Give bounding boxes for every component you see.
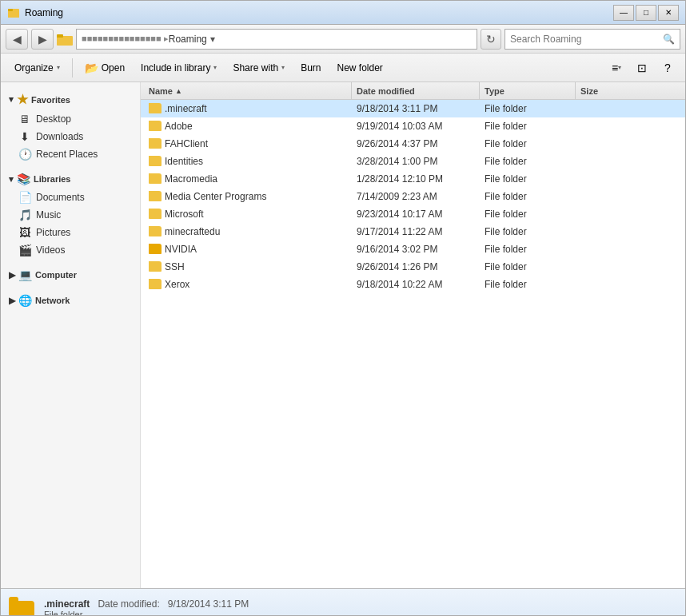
- folder-icon: [149, 121, 162, 131]
- column-headers: Name ▲ Date modified Type Size: [141, 82, 685, 100]
- file-date-cell: 9/18/2014 10:22 AM: [352, 279, 480, 290]
- file-date-cell: 3/28/2014 1:00 PM: [352, 156, 480, 167]
- folder-icon: [149, 173, 162, 184]
- file-name-cell: Media Center Programs: [144, 191, 352, 202]
- documents-icon: 📄: [18, 191, 31, 204]
- file-date: 1/28/2014 12:10 PM: [357, 173, 443, 185]
- sidebar-item-recent-places[interactable]: 🕐 Recent Places: [1, 145, 140, 163]
- network-label: Network: [35, 296, 70, 305]
- folder-icon: [149, 191, 162, 201]
- table-row[interactable]: Identities 3/28/2014 1:00 PM File folder: [141, 153, 685, 170]
- status-folder-icon: [9, 596, 34, 617]
- network-header[interactable]: ▶ 🌐 Network: [1, 291, 140, 310]
- file-type-cell: File folder: [480, 261, 576, 272]
- address-chevron: ▾: [210, 34, 215, 45]
- col-header-type[interactable]: Type: [480, 82, 576, 99]
- file-date-cell: 9/23/2014 10:17 AM: [352, 209, 480, 220]
- table-row[interactable]: Media Center Programs 7/14/2009 2:23 AM …: [141, 188, 685, 205]
- status-date-value: 9/18/2014 3:11 PM: [168, 598, 249, 610]
- file-type: File folder: [485, 261, 527, 272]
- search-bar[interactable]: 🔍: [505, 29, 680, 50]
- file-date-cell: 1/28/2014 12:10 PM: [352, 173, 480, 185]
- sidebar-item-videos[interactable]: 🎬 Videos: [1, 241, 140, 259]
- maximize-button[interactable]: □: [636, 5, 656, 21]
- burn-button[interactable]: Burn: [293, 57, 328, 79]
- forward-button[interactable]: ▶: [31, 29, 54, 50]
- file-date: 9/18/2014 10:22 AM: [357, 279, 442, 290]
- file-name: Adobe: [165, 121, 193, 132]
- folder-icon: [149, 279, 162, 289]
- view-dropdown-arrow: ▾: [618, 64, 621, 71]
- libraries-label: Libraries: [34, 174, 70, 184]
- table-row[interactable]: minecraftedu 9/17/2014 11:22 AM File fol…: [141, 223, 685, 240]
- file-date: 9/18/2014 3:11 PM: [357, 103, 437, 114]
- sidebar-item-downloads[interactable]: ⬇ Downloads: [1, 128, 140, 145]
- sidebar-item-desktop[interactable]: 🖥 Desktop: [1, 110, 140, 128]
- file-date: 9/23/2014 10:17 AM: [357, 209, 442, 220]
- search-icon[interactable]: 🔍: [663, 34, 675, 45]
- col-header-name[interactable]: Name ▲: [144, 82, 352, 99]
- file-name-cell: .minecraft: [144, 103, 352, 114]
- nav-bar: ◀ ▶ ■■■■■■■■■■■■■■■ ▸ Roaming ▾ ↻ 🔍: [1, 25, 685, 54]
- sidebar-item-music[interactable]: 🎵 Music: [1, 206, 140, 224]
- file-date: 9/16/2014 3:02 PM: [357, 244, 437, 255]
- file-date: 9/19/2014 10:03 AM: [357, 121, 442, 132]
- file-type: File folder: [485, 138, 527, 149]
- table-row[interactable]: Xerox 9/18/2014 10:22 AM File folder: [141, 276, 685, 293]
- videos-label: Videos: [36, 244, 65, 256]
- favorites-header[interactable]: ▾ ★ Favorites: [1, 89, 140, 110]
- new-folder-button[interactable]: New folder: [330, 57, 390, 79]
- file-name-cell: SSH: [144, 261, 352, 272]
- file-type: File folder: [485, 279, 527, 290]
- music-icon: 🎵: [18, 209, 31, 221]
- toolbar: Organize ▾ 📂 Open Include in library ▾ S…: [1, 54, 685, 82]
- new-folder-label: New folder: [337, 62, 383, 74]
- file-type: File folder: [485, 226, 527, 237]
- folder-icon: [149, 261, 162, 272]
- folder-icon: [149, 226, 162, 236]
- help-button[interactable]: ?: [656, 57, 679, 79]
- table-row[interactable]: Microsoft 9/23/2014 10:17 AM File folder: [141, 205, 685, 223]
- include-library-label: Include in library: [141, 62, 210, 74]
- downloads-label: Downloads: [36, 131, 83, 142]
- file-name-cell: Adobe: [144, 121, 352, 132]
- folder-icon: [149, 209, 162, 219]
- organize-button[interactable]: Organize ▾: [7, 57, 67, 79]
- music-label: Music: [36, 209, 61, 221]
- table-row[interactable]: .minecraft 9/18/2014 3:11 PM File folder: [141, 100, 685, 117]
- title-bar-title: Roaming: [25, 7, 63, 18]
- sidebar-item-pictures[interactable]: 🖼 Pictures: [1, 224, 140, 241]
- table-row[interactable]: NVIDIA 9/16/2014 3:02 PM File folder: [141, 240, 685, 258]
- close-button[interactable]: ✕: [658, 5, 679, 21]
- table-row[interactable]: SSH 9/26/2014 1:26 PM File folder: [141, 258, 685, 276]
- share-with-button[interactable]: Share with ▾: [225, 57, 292, 79]
- table-row[interactable]: Macromedia 1/28/2014 12:10 PM File folde…: [141, 170, 685, 188]
- col-header-size[interactable]: Size: [576, 82, 640, 99]
- toolbar-sep-1: [72, 58, 73, 77]
- search-input[interactable]: [510, 34, 660, 45]
- back-button[interactable]: ◀: [6, 29, 28, 50]
- open-button[interactable]: 📂 Open: [78, 57, 132, 79]
- svg-rect-2: [8, 9, 13, 11]
- svg-rect-1: [8, 11, 19, 18]
- computer-header[interactable]: ▶ 💻 Computer: [1, 265, 140, 284]
- status-date-label: Date modified:: [98, 598, 159, 610]
- file-date-cell: 7/14/2009 2:23 AM: [352, 191, 480, 202]
- share-with-arrow: ▾: [281, 64, 285, 71]
- file-name: SSH: [165, 261, 185, 272]
- layout-button[interactable]: ⊡: [631, 57, 653, 79]
- sidebar-item-documents[interactable]: 📄 Documents: [1, 189, 140, 206]
- minimize-button[interactable]: —: [613, 5, 634, 21]
- layout-icon: ⊡: [637, 62, 647, 74]
- file-type-cell: File folder: [480, 103, 576, 114]
- refresh-button[interactable]: ↻: [481, 29, 501, 50]
- table-row[interactable]: Adobe 9/19/2014 10:03 AM File folder: [141, 117, 685, 135]
- col-header-date[interactable]: Date modified: [352, 82, 480, 99]
- address-bar[interactable]: ■■■■■■■■■■■■■■■ ▸ Roaming ▾: [76, 29, 477, 50]
- view-toggle-button[interactable]: ≡ ▾: [605, 57, 628, 79]
- libraries-header[interactable]: ▾ 📚 Libraries: [1, 169, 140, 189]
- table-row[interactable]: FAHClient 9/26/2014 4:37 PM File folder: [141, 135, 685, 153]
- include-library-button[interactable]: Include in library ▾: [134, 57, 224, 79]
- address-roaming: Roaming: [169, 34, 207, 45]
- window-icon: [7, 6, 20, 19]
